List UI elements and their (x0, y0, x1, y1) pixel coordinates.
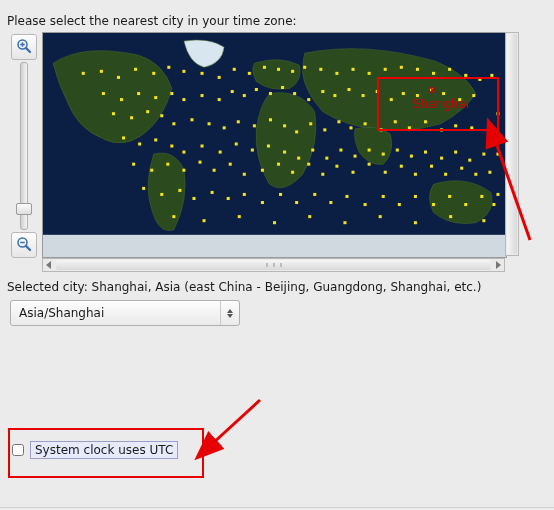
city-dot[interactable] (349, 126, 352, 129)
city-dot[interactable] (430, 165, 433, 168)
city-dot[interactable] (313, 193, 316, 196)
city-dot[interactable] (166, 163, 169, 166)
city-dot[interactable] (170, 144, 173, 147)
city-dot[interactable] (213, 169, 216, 172)
city-dot[interactable] (464, 203, 467, 206)
zoom-slider[interactable] (20, 62, 28, 230)
city-dot[interactable] (120, 98, 123, 101)
scroll-right-icon[interactable] (492, 259, 504, 271)
city-dot[interactable] (454, 151, 457, 154)
city-dot[interactable] (243, 193, 246, 196)
city-dot[interactable] (134, 68, 137, 71)
city-dot[interactable] (223, 126, 226, 129)
city-dot[interactable] (100, 70, 103, 73)
city-dot[interactable] (325, 157, 328, 160)
city-dot[interactable] (267, 144, 270, 147)
city-dot[interactable] (321, 173, 324, 176)
city-dot[interactable] (132, 163, 135, 166)
city-dot[interactable] (160, 114, 163, 117)
city-dot[interactable] (492, 203, 495, 206)
city-dot[interactable] (248, 72, 251, 75)
city-dot[interactable] (251, 149, 254, 152)
city-dot[interactable] (208, 122, 211, 125)
city-dot[interactable] (384, 68, 387, 71)
city-dot[interactable] (277, 163, 280, 166)
city-dot[interactable] (150, 169, 153, 172)
city-dot[interactable] (496, 153, 499, 156)
city-dot[interactable] (384, 171, 387, 174)
city-dot[interactable] (303, 66, 306, 69)
city-dot[interactable] (182, 151, 185, 154)
city-dot[interactable] (146, 110, 149, 113)
city-dot[interactable] (414, 195, 417, 198)
city-dot[interactable] (227, 197, 230, 200)
utc-checkbox[interactable] (12, 444, 24, 456)
city-dot[interactable] (82, 72, 85, 75)
city-dot[interactable] (335, 72, 338, 75)
city-dot[interactable] (281, 86, 284, 89)
city-dot[interactable] (368, 72, 371, 75)
world-map[interactable]: x Shanghai (42, 32, 507, 258)
city-dot[interactable] (122, 136, 125, 139)
city-dot[interactable] (307, 98, 310, 101)
city-dot[interactable] (182, 70, 185, 73)
city-dot[interactable] (444, 173, 447, 176)
map-horizontal-scrollbar-thumb[interactable] (56, 260, 491, 270)
city-dot[interactable] (474, 173, 477, 176)
city-dot[interactable] (182, 169, 185, 172)
city-dot[interactable] (343, 221, 346, 224)
city-dot[interactable] (382, 195, 385, 198)
city-dot[interactable] (283, 151, 286, 154)
timezone-combobox[interactable]: Asia/Shanghai (10, 300, 240, 326)
city-dot[interactable] (449, 215, 452, 218)
city-dot[interactable] (400, 66, 403, 69)
city-dot[interactable] (335, 165, 338, 168)
city-dot[interactable] (364, 122, 367, 125)
city-dot[interactable] (229, 163, 232, 166)
city-dot[interactable] (496, 193, 499, 196)
city-dot[interactable] (130, 116, 133, 119)
city-dot[interactable] (448, 68, 451, 71)
city-dot[interactable] (333, 94, 336, 97)
city-dot[interactable] (297, 157, 300, 160)
city-dot[interactable] (152, 72, 155, 75)
city-dot[interactable] (410, 155, 413, 158)
city-dot[interactable] (154, 138, 157, 141)
city-dot[interactable] (218, 76, 221, 79)
city-dot[interactable] (112, 112, 115, 115)
city-dot[interactable] (269, 118, 272, 121)
zoom-in-button[interactable] (11, 34, 37, 60)
city-dot[interactable] (142, 187, 145, 190)
city-dot[interactable] (448, 195, 451, 198)
city-dot[interactable] (323, 128, 326, 131)
city-dot[interactable] (307, 163, 310, 166)
city-dot[interactable] (235, 142, 238, 145)
city-dot[interactable] (321, 90, 324, 93)
city-dot[interactable] (192, 197, 195, 200)
city-dot[interactable] (339, 149, 342, 152)
city-dot[interactable] (379, 215, 382, 218)
city-dot[interactable] (199, 161, 202, 164)
city-dot[interactable] (488, 171, 491, 174)
city-dot[interactable] (167, 66, 170, 69)
city-dot[interactable] (243, 94, 246, 97)
utc-checkbox-label[interactable]: System clock uses UTC (30, 441, 178, 459)
city-dot[interactable] (295, 130, 298, 133)
combobox-stepper-icon[interactable] (220, 301, 239, 325)
city-dot[interactable] (154, 96, 157, 99)
zoom-out-button[interactable] (11, 232, 37, 258)
city-dot[interactable] (396, 149, 399, 152)
city-dot[interactable] (190, 118, 193, 121)
city-dot[interactable] (255, 88, 258, 91)
map-horizontal-scrollbar[interactable] (42, 258, 505, 272)
city-dot[interactable] (354, 155, 357, 158)
city-dot[interactable] (347, 88, 350, 91)
city-dot[interactable] (243, 173, 246, 176)
city-dot[interactable] (311, 149, 314, 152)
city-dot[interactable] (368, 163, 371, 166)
city-dot[interactable] (398, 203, 401, 206)
city-dot[interactable] (172, 122, 175, 125)
city-dot[interactable] (201, 144, 204, 147)
city-dot[interactable] (468, 159, 471, 162)
city-dot[interactable] (364, 203, 367, 206)
